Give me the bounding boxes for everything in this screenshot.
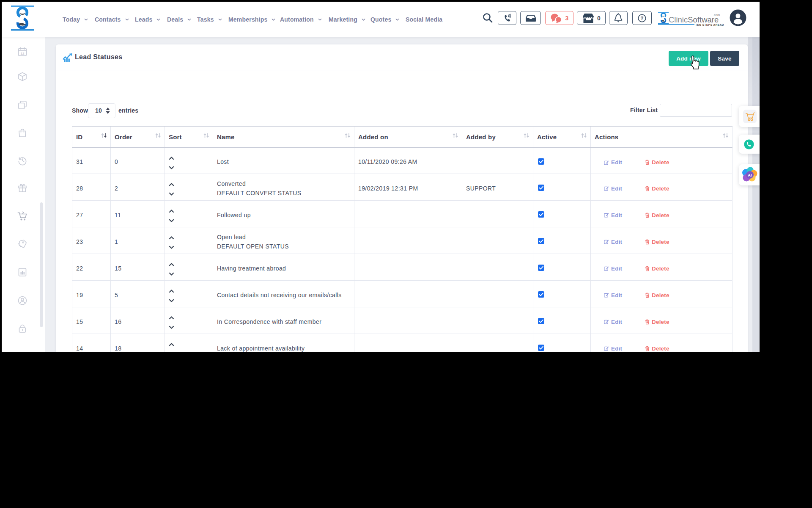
svg-text:ClinicSoftware: ClinicSoftware <box>669 15 719 24</box>
svg-text:?: ? <box>640 16 643 21</box>
svg-text:AI: AI <box>748 173 752 177</box>
svg-text:TEN STEPS AHEAD: TEN STEPS AHEAD <box>695 23 724 26</box>
svg-text:12: 12 <box>21 52 25 55</box>
svg-text:.com: .com <box>713 13 720 17</box>
